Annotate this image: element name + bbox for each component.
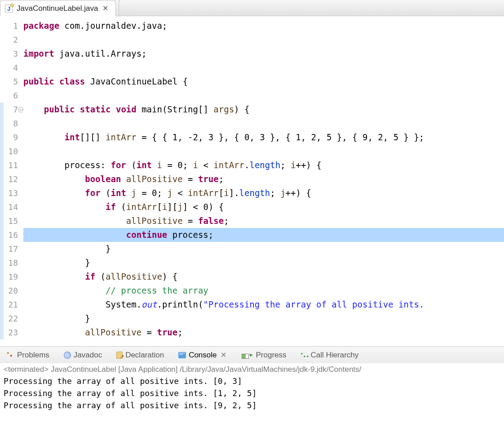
line-number: 15 xyxy=(4,214,18,228)
console-header: <terminated> JavaContinueLabel [Java App… xyxy=(4,365,500,374)
code-line[interactable]: allPositive = true; xyxy=(23,325,504,339)
tab-console-label: Console xyxy=(189,351,217,360)
marker-column xyxy=(0,16,4,346)
tab-javadoc[interactable]: Javadoc xyxy=(61,349,105,361)
code-line[interactable]: boolean allPositive = true; xyxy=(23,172,504,186)
line-number: 8 xyxy=(4,116,18,130)
line-number: 2 xyxy=(4,33,18,47)
line-number: 20 xyxy=(4,284,18,298)
declaration-icon xyxy=(116,352,123,359)
javadoc-icon xyxy=(64,352,71,359)
console-output: Processing the array of all positive int… xyxy=(4,375,500,411)
line-number: 9 xyxy=(4,130,18,144)
line-number-gutter: 1234567891011121314151617181920212223 xyxy=(4,16,20,346)
code-area[interactable]: package com.journaldev.java;import java.… xyxy=(20,16,504,346)
code-line[interactable]: import java.util.Arrays; xyxy=(23,47,504,61)
code-line[interactable] xyxy=(23,144,504,158)
line-number: 4 xyxy=(4,61,18,75)
line-number: 5 xyxy=(4,75,18,89)
console-icon xyxy=(178,352,186,358)
tab-call-hierarchy-label: Call Hierarchy xyxy=(311,351,359,360)
editor-tab-active[interactable]: JavaContinueLabel.java ✕ xyxy=(0,0,116,16)
code-line[interactable]: package com.journaldev.java; xyxy=(23,19,504,33)
close-icon[interactable]: ✕ xyxy=(102,4,109,13)
console-output-line: Processing the array of all positive int… xyxy=(4,387,500,399)
line-number: 17 xyxy=(4,242,18,256)
code-line[interactable]: } xyxy=(23,312,504,325)
code-line[interactable]: public static void main(String[] args) { xyxy=(23,103,504,116)
progress-icon xyxy=(242,354,249,359)
code-line[interactable]: public class JavaContinueLabel { xyxy=(23,75,504,89)
tab-declaration[interactable]: Declaration xyxy=(114,349,167,361)
line-number: 3 xyxy=(4,47,18,61)
tab-progress-label: Progress xyxy=(256,351,287,360)
line-number: 19 xyxy=(4,270,18,284)
tab-progress[interactable]: Progress xyxy=(239,349,289,361)
code-line[interactable]: } xyxy=(23,242,504,256)
line-number: 7 xyxy=(4,103,18,116)
line-number: 23 xyxy=(4,325,18,339)
line-number: 18 xyxy=(4,256,18,270)
code-line[interactable]: continue process; xyxy=(23,228,504,242)
console-view[interactable]: <terminated> JavaContinueLabel [Java App… xyxy=(0,363,504,428)
bottom-tab-bar: Problems Javadoc Declaration Console ✕ P… xyxy=(0,346,504,363)
line-number: 13 xyxy=(4,186,18,200)
line-number: 21 xyxy=(4,298,18,312)
call-hierarchy-icon xyxy=(301,352,308,359)
line-number: 10 xyxy=(4,144,18,158)
line-number: 6 xyxy=(4,89,18,103)
tab-problems-label: Problems xyxy=(17,351,49,360)
editor-tab-bar-rest xyxy=(119,0,504,16)
line-number: 16 xyxy=(4,228,18,242)
line-number: 12 xyxy=(4,172,18,186)
tab-call-hierarchy[interactable]: Call Hierarchy xyxy=(298,349,362,361)
problems-icon xyxy=(6,351,14,359)
editor-tab-label: JavaContinueLabel.java xyxy=(17,4,98,13)
console-output-line: Processing the array of all positive int… xyxy=(4,399,500,411)
tab-javadoc-label: Javadoc xyxy=(74,351,102,360)
code-line[interactable] xyxy=(23,89,504,103)
code-line[interactable]: // process the array xyxy=(23,284,504,298)
line-number: 11 xyxy=(4,158,18,172)
code-line[interactable]: if (intArr[i][j] < 0) { xyxy=(23,200,504,214)
console-output-line: Processing the array of all positive int… xyxy=(4,375,500,387)
code-line[interactable]: if (allPositive) { xyxy=(23,270,504,284)
code-line[interactable]: allPositive = false; xyxy=(23,214,504,228)
code-line[interactable] xyxy=(23,33,504,47)
java-file-icon xyxy=(5,4,13,13)
code-line[interactable]: process: for (int i = 0; i < intArr.leng… xyxy=(23,158,504,172)
line-number: 1 xyxy=(4,19,18,33)
code-line[interactable]: System.out.println("Processing the array… xyxy=(23,298,504,312)
tab-problems[interactable]: Problems xyxy=(4,349,52,361)
code-line[interactable] xyxy=(23,116,504,130)
tab-console[interactable]: Console ✕ xyxy=(176,349,230,361)
line-number: 22 xyxy=(4,312,18,325)
editor-tab-bar: JavaContinueLabel.java ✕ xyxy=(0,0,504,16)
code-line[interactable]: for (int j = 0; j < intArr[i].length; j+… xyxy=(23,186,504,200)
code-line[interactable] xyxy=(23,61,504,75)
tab-declaration-label: Declaration xyxy=(125,351,164,360)
line-number: 14 xyxy=(4,200,18,214)
close-icon[interactable]: ✕ xyxy=(220,351,227,359)
code-line[interactable]: int[][] intArr = { { 1, -2, 3 }, { 0, 3 … xyxy=(23,130,504,144)
code-line[interactable]: } xyxy=(23,256,504,270)
code-editor[interactable]: 1234567891011121314151617181920212223 pa… xyxy=(0,16,504,346)
